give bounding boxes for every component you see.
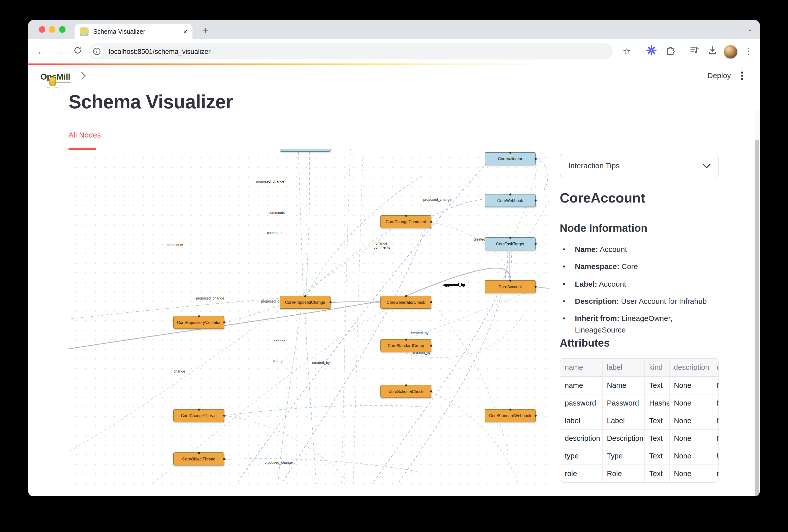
graph-node-label: CoreStandardGroup bbox=[388, 343, 424, 348]
attr-cell[interactable]: None bbox=[712, 376, 719, 394]
edge-anchor-dot bbox=[223, 458, 225, 460]
graph-node-clipped[interactable] bbox=[280, 149, 331, 152]
graph-node-CoreAccount[interactable]: CoreAccount bbox=[485, 280, 536, 293]
chevron-down-icon bbox=[703, 160, 710, 168]
page-scrollbar-thumb[interactable] bbox=[755, 140, 759, 496]
attr-column-header[interactable]: default_value bbox=[712, 359, 719, 376]
back-button[interactable]: ← bbox=[36, 46, 46, 56]
edge-anchor-dot bbox=[534, 415, 536, 417]
reload-button[interactable] bbox=[73, 45, 83, 57]
graph-node-CoreProposedChange[interactable]: CoreProposedChange bbox=[280, 296, 331, 309]
attr-cell[interactable]: None bbox=[712, 429, 719, 447]
open-sidebar-chevron-icon[interactable] bbox=[78, 72, 86, 80]
edge-anchor-dot bbox=[509, 279, 511, 281]
attr-cell[interactable]: Label bbox=[602, 412, 645, 429]
attr-cell[interactable]: label bbox=[560, 412, 602, 429]
attr-cell[interactable]: role bbox=[560, 465, 602, 482]
attr-column-header[interactable]: label bbox=[602, 359, 645, 376]
graph-node-CoreRepositoryValidator[interactable]: CoreRepositoryValidator bbox=[173, 316, 224, 329]
attr-cell[interactable]: read-write bbox=[712, 465, 719, 482]
graph-node-CoreWebhook[interactable]: CoreWebhook bbox=[485, 194, 536, 207]
graph-canvas[interactable]: CoreValidatorCoreWebhookCoreChangeCommen… bbox=[68, 149, 550, 484]
toolbar-divider bbox=[681, 46, 681, 56]
attr-cell[interactable]: password bbox=[560, 394, 602, 412]
edge-anchor-dot bbox=[198, 408, 200, 410]
attr-cell[interactable]: None bbox=[669, 429, 712, 447]
site-info-icon[interactable] bbox=[91, 45, 103, 57]
graph-node-CoreTaskTarget[interactable]: CoreTaskTarget bbox=[485, 237, 536, 250]
node-info-item: Description: User Account for Infrahub bbox=[562, 295, 713, 307]
attr-cell[interactable]: Description bbox=[602, 429, 645, 447]
attr-cell[interactable]: Name bbox=[602, 376, 645, 394]
edge-anchor-dot bbox=[405, 338, 407, 340]
attr-cell[interactable]: None bbox=[669, 394, 712, 412]
attr-cell[interactable]: None bbox=[712, 394, 719, 412]
close-tab-icon[interactable]: × bbox=[183, 28, 188, 35]
minimize-window-button[interactable] bbox=[49, 26, 55, 33]
interaction-tips-expander[interactable]: Interaction Tips bbox=[560, 154, 719, 177]
attr-cell[interactable]: None bbox=[669, 376, 712, 394]
graph-node-CoreChangeThread[interactable]: CoreChangeThread bbox=[173, 409, 224, 422]
tab-all-nodes[interactable]: All Nodes bbox=[68, 131, 101, 139]
graph-node-CoreStandardWebhook[interactable]: CoreStandardWebhook bbox=[485, 409, 536, 422]
close-window-button[interactable] bbox=[39, 26, 45, 33]
attr-cell[interactable]: Text bbox=[645, 376, 669, 394]
bookmark-star-icon[interactable]: ☆ bbox=[623, 46, 631, 57]
attr-cell[interactable]: None bbox=[712, 412, 719, 429]
tabs-bar: All Nodes bbox=[68, 127, 719, 149]
attr-cell[interactable]: Role bbox=[602, 465, 645, 482]
url-text[interactable]: localhost:8501/schema_visualizer bbox=[109, 47, 211, 55]
attr-cell[interactable]: name bbox=[560, 376, 602, 394]
attr-cell[interactable]: Text bbox=[645, 465, 669, 482]
extension-asterisk-icon[interactable] bbox=[646, 45, 657, 58]
new-tab-button[interactable]: + bbox=[198, 24, 213, 38]
attributes-heading: Attributes bbox=[560, 337, 610, 349]
attr-column-header[interactable]: description bbox=[669, 359, 712, 376]
attr-cell[interactable]: None bbox=[669, 447, 712, 465]
attr-cell[interactable]: HashedPassword bbox=[645, 394, 669, 412]
tab-title: Schema Visualizer bbox=[93, 28, 180, 35]
graph-node-CoreGeneratorCheck[interactable]: CoreGeneratorCheck bbox=[380, 296, 431, 309]
opsmill-mascot-swirl bbox=[44, 84, 60, 88]
attr-cell[interactable]: type bbox=[560, 447, 602, 465]
attributes-table[interactable]: namelabelkinddescriptiondefault_valuenam… bbox=[560, 358, 719, 482]
fullscreen-window-button[interactable] bbox=[59, 26, 65, 33]
attr-cell[interactable]: Text bbox=[645, 412, 669, 429]
graph-node-CoreSchemaCheck[interactable]: CoreSchemaCheck bbox=[380, 385, 431, 398]
table-row: descriptionDescriptionTextNoneNone bbox=[560, 429, 719, 447]
selected-node-title: CoreAccount bbox=[560, 191, 645, 206]
downloads-icon[interactable] bbox=[707, 45, 717, 57]
browser-menu-kebab-icon[interactable] bbox=[748, 47, 749, 55]
forward-button[interactable]: → bbox=[54, 46, 64, 56]
attr-cell[interactable]: Type bbox=[602, 447, 645, 465]
profile-avatar[interactable] bbox=[724, 45, 737, 59]
edge-anchor-dot bbox=[430, 390, 432, 392]
browser-tab[interactable]: Schema Visualizer × bbox=[75, 24, 193, 39]
attr-cell[interactable]: User bbox=[712, 447, 719, 465]
deploy-button[interactable]: Deploy bbox=[707, 71, 731, 80]
browser-toolbar: ← → localhost:8501/schema_visualizer ☆ bbox=[28, 39, 760, 64]
attr-cell[interactable]: None bbox=[669, 412, 712, 429]
attr-cell[interactable]: Password bbox=[602, 394, 645, 412]
attr-cell[interactable]: description bbox=[560, 429, 602, 447]
node-info-item: Inherit from: LineageOwner, LineageSourc… bbox=[562, 312, 713, 336]
graph-node-CoreObjectThread[interactable]: CoreObjectThread bbox=[173, 452, 224, 466]
graph-node-CoreStandardGroup[interactable]: CoreStandardGroup bbox=[380, 339, 431, 352]
attr-cell[interactable]: None bbox=[669, 465, 712, 482]
expander-label: Interaction Tips bbox=[568, 161, 704, 170]
media-controls-icon[interactable] bbox=[689, 45, 699, 57]
graph-node-CoreValidator[interactable]: CoreValidator bbox=[485, 152, 536, 165]
graph-node-CoreChangeComment[interactable]: CoreChangeComment bbox=[380, 215, 431, 228]
attr-column-header[interactable]: name bbox=[560, 359, 602, 376]
attr-cell[interactable]: Text bbox=[645, 447, 669, 465]
edge-label: change bbox=[376, 241, 387, 245]
graph-node-label: CoreChangeThread bbox=[181, 413, 216, 418]
edge-label: created_by bbox=[411, 331, 428, 335]
attr-cell[interactable]: Text bbox=[645, 429, 669, 447]
extensions-puzzle-icon[interactable] bbox=[665, 45, 676, 58]
attr-column-header[interactable]: kind bbox=[645, 359, 669, 376]
tab-search-chevron-icon[interactable]: ⌄ bbox=[746, 25, 755, 34]
edge-label: change bbox=[174, 370, 185, 373]
app-menu-kebab-icon[interactable] bbox=[741, 72, 743, 80]
url-bar[interactable]: localhost:8501/schema_visualizer bbox=[89, 43, 613, 59]
